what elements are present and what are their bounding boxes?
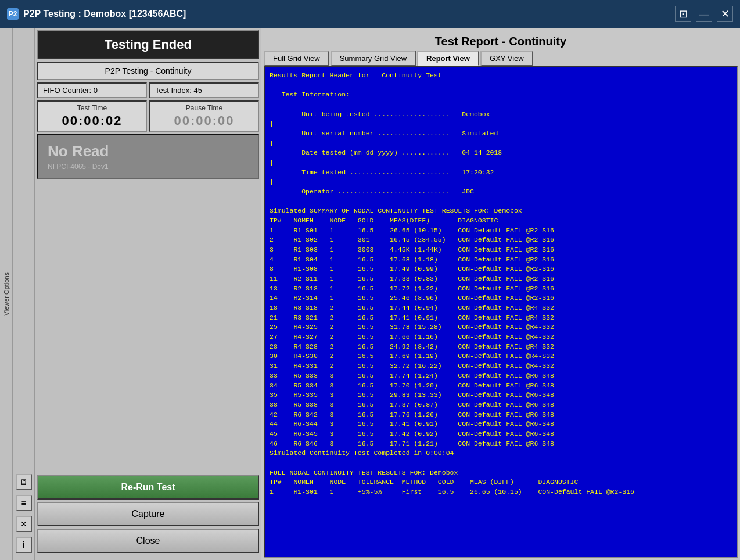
window-controls: ⊡ — ✕ — [675, 6, 733, 22]
main-container: Viewer Options 🖥 ≡ ✕ i Testing Ended P2P… — [0, 28, 740, 560]
tab-report-view[interactable]: Report View — [417, 51, 479, 66]
monitor-icon[interactable]: 🖥 — [16, 474, 32, 490]
list-icon[interactable]: ≡ — [16, 495, 32, 511]
title-bar: P2 P2P Testing : Demobox [123456ABC] ⊡ —… — [0, 0, 740, 28]
test-time-label: Test Time — [43, 104, 141, 112]
viewer-options-label: Viewer Options — [3, 272, 10, 315]
title-bar-left: P2 P2P Testing : Demobox [123456ABC] — [7, 8, 186, 20]
left-bottom-buttons: Re-Run Test Capture Close — [37, 475, 259, 558]
rerun-test-button[interactable]: Re-Run Test — [37, 475, 259, 500]
p2p-testing-label: P2P Testing - Continuity — [37, 62, 259, 80]
test-index: Test Index: 45 — [149, 82, 259, 98]
pause-time-box: Pause Time 00:00:00 — [149, 100, 259, 132]
left-icon-strip: 🖥 ≡ ✕ i — [13, 28, 35, 560]
tabs-row: Full Grid ViewSummary Grid ViewReport Vi… — [264, 51, 738, 66]
report-header: Test Report - Continuity — [264, 30, 738, 51]
left-spacer — [37, 181, 259, 473]
no-read-box: No Read NI PCI-4065 - Dev1 — [37, 134, 259, 179]
info-icon[interactable]: i — [16, 537, 32, 553]
fifo-counter: FIFO Counter: 0 — [37, 82, 147, 98]
test-time-value: 00:00:02 — [43, 113, 141, 128]
pause-time-label: Pause Time — [155, 104, 253, 112]
close-button[interactable]: ✕ — [717, 6, 733, 22]
window-title: P2P Testing : Demobox [123456ABC] — [23, 9, 186, 19]
restore-button[interactable]: ⊡ — [675, 6, 691, 22]
test-time-box: Test Time 00:00:02 — [37, 100, 147, 132]
pause-time-value: 00:00:00 — [155, 113, 253, 128]
tab-summary-grid-view[interactable]: Summary Grid View — [331, 51, 416, 66]
minimize-button[interactable]: — — [696, 6, 712, 22]
capture-button[interactable]: Capture — [37, 502, 259, 526]
close-button[interactable]: Close — [37, 529, 259, 553]
testing-ended-banner: Testing Ended — [37, 30, 259, 59]
counters-row: FIFO Counter: 0 Test Index: 45 — [37, 82, 259, 98]
timers-row: Test Time 00:00:02 Pause Time 00:00:00 — [37, 100, 259, 132]
tab-gxy-view[interactable]: GXY View — [480, 51, 533, 66]
left-panel: Testing Ended P2P Testing - Continuity F… — [35, 28, 261, 560]
right-panel: Test Report - Continuity Full Grid ViewS… — [261, 28, 740, 560]
no-read-title: No Read — [48, 142, 249, 160]
viewer-options-bar: Viewer Options — [0, 28, 13, 560]
tab-full-grid-view[interactable]: Full Grid View — [264, 51, 329, 66]
no-read-device: NI PCI-4065 - Dev1 — [48, 163, 249, 171]
report-content[interactable]: Results Report Header for - Continuity T… — [264, 66, 738, 558]
settings-icon[interactable]: ✕ — [16, 516, 32, 532]
app-icon: P2 — [7, 8, 19, 20]
